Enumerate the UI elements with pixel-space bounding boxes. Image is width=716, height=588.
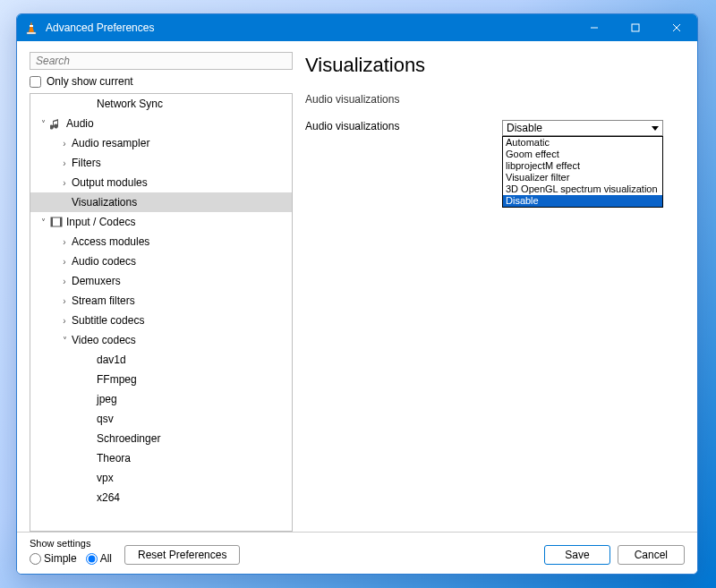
chevron-down-icon: ˅: [38, 217, 48, 227]
tree-item[interactable]: dav1d: [30, 350, 292, 370]
bottom-bar: Show settings Simple All Reset Preferenc…: [17, 532, 697, 574]
tree-item[interactable]: FFmpeg: [30, 370, 292, 389]
chevron-right-icon: ›: [59, 316, 70, 326]
tree-item-label: Stream filters: [70, 294, 135, 307]
window-title: Advanced Preferences: [46, 21, 574, 34]
tree-item-label: Schroedinger: [95, 432, 160, 445]
svg-rect-8: [51, 217, 53, 226]
section-title: Audio visualizations: [305, 93, 685, 106]
tree-item-label: Audio: [64, 117, 94, 130]
app-icon: [24, 21, 38, 35]
visualization-dropdown-list: AutomaticGoom effectlibprojectM effectVi…: [502, 136, 663, 208]
tree-item[interactable]: ˅Video codecs: [30, 330, 292, 350]
tree-item[interactable]: Theora: [30, 448, 292, 468]
chevron-down-icon: ˅: [38, 119, 48, 129]
tree-item-label: Output modules: [70, 176, 148, 189]
tree-item[interactable]: ›Demuxers: [30, 271, 292, 291]
tree-item[interactable]: qsv: [30, 409, 292, 429]
simple-radio[interactable]: Simple: [30, 552, 77, 565]
tree-item[interactable]: vpx: [30, 468, 292, 488]
show-settings-label: Show settings: [30, 538, 112, 549]
chevron-right-icon: ›: [59, 277, 70, 286]
tree-item[interactable]: ›Filters: [30, 153, 292, 173]
content-area: Only show current Network Sync˅Audio›Aud…: [17, 41, 697, 574]
codec-icon: [48, 216, 64, 228]
chevron-right-icon: ›: [59, 178, 70, 188]
tree-item-label: Video codecs: [70, 334, 136, 346]
left-pane: Only show current Network Sync˅Audio›Aud…: [30, 52, 293, 532]
tree-item-label: Filters: [70, 157, 101, 169]
tree-item[interactable]: ›Access modules: [30, 232, 292, 251]
tree-item-label: x264: [95, 491, 120, 504]
search-input[interactable]: [30, 52, 293, 70]
audio-icon: [48, 117, 64, 130]
tree-item-label: Network Sync: [95, 98, 163, 110]
svg-rect-9: [60, 217, 62, 226]
tree-item[interactable]: ˅Input / Codecs: [30, 212, 292, 232]
tree-item[interactable]: x264: [30, 488, 292, 507]
tree-item-label: Audio codecs: [70, 255, 136, 268]
tree-item-label: Visualizations: [70, 196, 137, 209]
tree-item[interactable]: Schroedinger: [30, 429, 292, 448]
only-show-current-label: Only show current: [47, 75, 133, 88]
field-label: Audio visualizations: [305, 120, 502, 132]
tree-item[interactable]: ˅Audio: [30, 114, 292, 133]
save-button[interactable]: Save: [544, 545, 609, 565]
dropdown-option[interactable]: libprojectM effect: [503, 160, 662, 172]
category-tree: Network Sync˅Audio›Audio resampler›Filte…: [30, 93, 293, 532]
chevron-right-icon: ›: [59, 257, 70, 267]
tree-item[interactable]: jpeg: [30, 389, 292, 409]
minimize-button[interactable]: [574, 14, 615, 41]
combobox-value: Disable: [507, 122, 542, 134]
cancel-button[interactable]: Cancel: [618, 545, 685, 565]
tree-item[interactable]: ›Stream filters: [30, 291, 292, 311]
tree-item-label: qsv: [95, 413, 114, 425]
svg-rect-2: [30, 25, 33, 27]
tree-item-label: Theora: [95, 452, 131, 464]
page-title: Visualizations: [305, 54, 685, 77]
reset-preferences-button[interactable]: Reset Preferences: [124, 545, 240, 565]
tree-item[interactable]: ›Subtitle codecs: [30, 311, 292, 330]
tree-item-label: Demuxers: [70, 275, 121, 287]
preferences-window: Advanced Preferences Only show current N…: [16, 13, 698, 575]
tree-scroll[interactable]: Network Sync˅Audio›Audio resampler›Filte…: [30, 94, 292, 531]
dropdown-option[interactable]: Goom effect: [503, 149, 662, 160]
svg-rect-1: [27, 32, 36, 34]
close-button[interactable]: [656, 14, 697, 41]
tree-item-label: Subtitle codecs: [70, 314, 144, 327]
tree-item-label: FFmpeg: [95, 373, 137, 386]
chevron-down-icon: ˅: [59, 336, 70, 345]
titlebar[interactable]: Advanced Preferences: [17, 14, 697, 41]
tree-item-label: jpeg: [95, 393, 117, 405]
tree-item[interactable]: ›Output modules: [30, 173, 292, 192]
tree-item[interactable]: ›Audio resampler: [30, 133, 292, 153]
tree-item[interactable]: Visualizations: [30, 192, 292, 212]
tree-item[interactable]: Network Sync: [30, 94, 292, 114]
tree-item-label: Access modules: [70, 235, 149, 248]
tree-item-label: dav1d: [95, 354, 126, 366]
chevron-right-icon: ›: [59, 237, 70, 247]
window-controls: [574, 14, 697, 41]
dropdown-option[interactable]: 3D OpenGL spectrum visualization: [503, 183, 662, 195]
tree-item-label: vpx: [95, 472, 114, 484]
dropdown-option[interactable]: Disable: [503, 195, 662, 207]
chevron-right-icon: ›: [59, 158, 70, 168]
only-show-current-checkbox[interactable]: [30, 76, 41, 88]
settings-panel: Visualizations Audio visualizations Audi…: [305, 52, 685, 532]
chevron-right-icon: ›: [59, 139, 70, 149]
tree-item-label: Input / Codecs: [64, 216, 135, 228]
dropdown-option[interactable]: Visualizer filter: [503, 172, 662, 183]
visualization-combobox[interactable]: Disable: [502, 120, 663, 136]
maximize-button[interactable]: [615, 14, 656, 41]
tree-item[interactable]: ›Audio codecs: [30, 251, 292, 271]
svg-rect-4: [632, 24, 639, 31]
dropdown-option[interactable]: Automatic: [503, 137, 662, 149]
chevron-right-icon: ›: [59, 296, 70, 306]
all-radio[interactable]: All: [86, 552, 112, 565]
tree-item-label: Audio resampler: [70, 137, 149, 149]
